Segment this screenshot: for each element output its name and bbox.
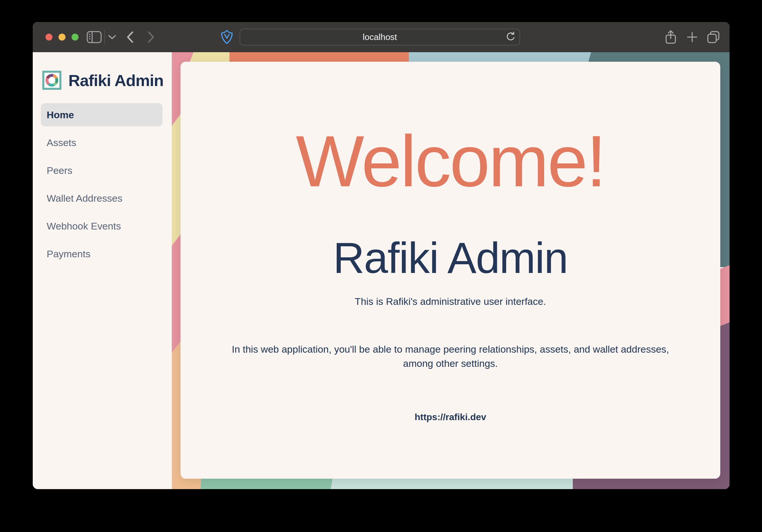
tab-overview-icon[interactable]	[706, 22, 721, 52]
minimize-button[interactable]	[58, 34, 65, 40]
sidebar-item-label: Assets	[47, 137, 76, 148]
sidebar-item-label: Payments	[47, 248, 90, 260]
welcome-heading: Welcome!	[181, 120, 720, 203]
brand-title: Rafiki Admin	[68, 71, 163, 90]
welcome-card: Welcome! Rafiki Admin This is Rafiki's a…	[181, 62, 720, 479]
traffic-lights	[45, 22, 79, 52]
sidebar: Rafiki Admin Home Assets Peers Wallet Ad…	[33, 52, 172, 489]
sidebar-item-payments[interactable]: Payments	[41, 242, 163, 266]
address-bar[interactable]: localhost	[240, 29, 520, 45]
share-icon[interactable]	[664, 22, 678, 52]
new-tab-icon[interactable]	[685, 22, 699, 52]
sidebar-item-wallet-addresses[interactable]: Wallet Addresses	[41, 187, 163, 210]
close-button[interactable]	[45, 34, 52, 40]
toolbar-divider	[104, 30, 105, 44]
page-title: Rafiki Admin	[181, 234, 720, 282]
sidebar-item-label: Home	[47, 109, 74, 120]
reload-icon[interactable]	[505, 31, 515, 43]
browser-window: localhost	[33, 22, 729, 489]
browser-toolbar: localhost	[33, 22, 729, 52]
sidebar-toggle-icon[interactable]	[87, 22, 102, 52]
sidebar-nav: Home Assets Peers Wallet Addresses Webho…	[41, 103, 163, 270]
rafiki-ring-logo-icon	[42, 71, 61, 90]
back-icon[interactable]	[124, 22, 136, 52]
browser-viewport: Rafiki Admin Home Assets Peers Wallet Ad…	[33, 52, 729, 489]
page-description: In this web application, you'll be able …	[224, 342, 677, 371]
address-bar-url[interactable]: localhost	[363, 32, 397, 42]
sidebar-item-label: Webhook Events	[47, 220, 121, 232]
sidebar-item-assets[interactable]: Assets	[41, 131, 163, 154]
page-subtitle: This is Rafiki's administrative user int…	[181, 296, 720, 307]
sidebar-item-webhook-events[interactable]: Webhook Events	[41, 214, 163, 238]
chevron-down-icon[interactable]	[107, 22, 117, 52]
sidebar-item-home[interactable]: Home	[41, 103, 163, 126]
rafiki-dev-link[interactable]: https://rafiki.dev	[181, 412, 720, 422]
brand: Rafiki Admin	[42, 71, 163, 90]
forward-icon[interactable]	[145, 22, 157, 52]
privacy-shield-icon[interactable]	[219, 22, 235, 52]
sidebar-item-peers[interactable]: Peers	[41, 159, 163, 182]
fullscreen-button[interactable]	[72, 34, 79, 40]
sidebar-item-label: Peers	[47, 165, 72, 176]
sidebar-item-label: Wallet Addresses	[47, 193, 122, 204]
